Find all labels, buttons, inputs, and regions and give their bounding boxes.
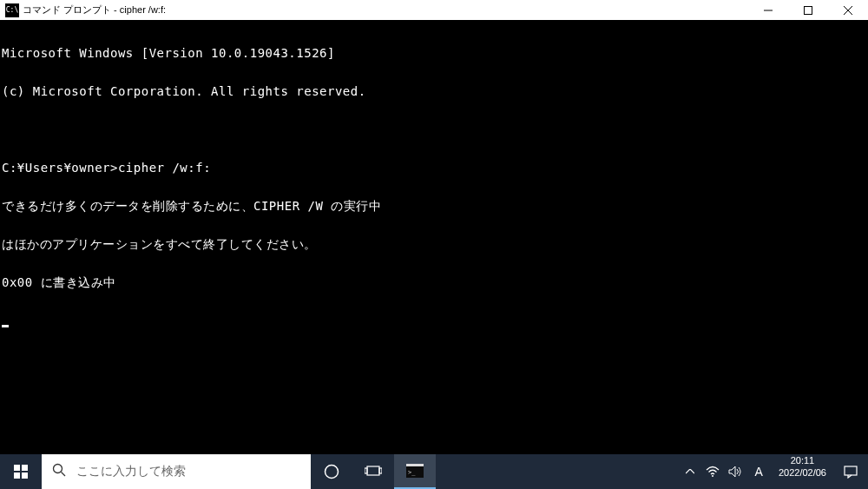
terminal-line: 0x00 に書き込み中 bbox=[2, 276, 868, 289]
system-tray: A bbox=[679, 454, 772, 489]
window-titlebar: C:\ コマンド プロンプト - cipher /w:f: bbox=[0, 0, 868, 20]
terminal-line: Microsoft Windows [Version 10.0.19043.15… bbox=[2, 47, 868, 60]
clock-time: 20:11 bbox=[779, 454, 826, 466]
terminal-cursor-line bbox=[2, 314, 868, 327]
action-center-button[interactable] bbox=[833, 454, 868, 489]
search-box[interactable]: ここに入力して検索 bbox=[42, 454, 311, 489]
svg-rect-5 bbox=[22, 465, 28, 471]
terminal-line bbox=[2, 124, 868, 136]
terminal-line: はほかのアプリケーションをすべて終了してください。 bbox=[2, 238, 868, 251]
taskbar-spacer bbox=[436, 454, 679, 489]
cursor bbox=[2, 325, 9, 327]
terminal-line: できるだけ多くのデータを削除するために、CIPHER /W の実行中 bbox=[2, 200, 868, 213]
svg-point-8 bbox=[54, 465, 62, 473]
svg-text:>_: >_ bbox=[408, 469, 416, 476]
terminal-output[interactable]: Microsoft Windows [Version 10.0.19043.15… bbox=[0, 20, 868, 454]
maximize-button[interactable] bbox=[788, 0, 828, 20]
network-button[interactable] bbox=[705, 454, 720, 489]
svg-point-17 bbox=[712, 475, 713, 477]
task-view-icon bbox=[365, 465, 382, 479]
clock[interactable]: 20:11 2022/02/06 bbox=[772, 454, 833, 489]
svg-rect-15 bbox=[406, 464, 424, 466]
svg-rect-12 bbox=[365, 468, 367, 473]
svg-rect-4 bbox=[14, 465, 20, 471]
cortana-icon bbox=[324, 464, 339, 479]
speaker-icon bbox=[728, 465, 742, 479]
cmd-icon: C:\ bbox=[5, 3, 19, 17]
taskbar-app-cmd[interactable]: >_ bbox=[394, 454, 436, 489]
volume-button[interactable] bbox=[727, 454, 743, 489]
cortana-button[interactable] bbox=[311, 454, 352, 489]
notification-icon bbox=[844, 465, 858, 479]
wifi-icon bbox=[706, 465, 720, 479]
start-button[interactable] bbox=[0, 454, 42, 489]
close-button[interactable] bbox=[828, 0, 868, 20]
svg-rect-7 bbox=[22, 472, 28, 479]
window-controls bbox=[748, 0, 868, 20]
svg-rect-13 bbox=[379, 468, 382, 473]
svg-marker-18 bbox=[729, 466, 735, 477]
svg-rect-1 bbox=[805, 6, 812, 14]
clock-date: 2022/02/06 bbox=[779, 466, 826, 479]
cmd-taskbar-icon: >_ bbox=[406, 464, 424, 478]
svg-rect-19 bbox=[845, 466, 857, 475]
task-view-button[interactable] bbox=[352, 454, 394, 489]
svg-rect-11 bbox=[367, 466, 379, 475]
taskbar: ここに入力して検索 >_ bbox=[0, 454, 868, 489]
search-icon bbox=[52, 463, 66, 480]
terminal-line: C:¥Users¥owner>cipher /w:f: bbox=[2, 162, 868, 175]
svg-point-10 bbox=[326, 466, 339, 479]
chevron-up-icon bbox=[686, 469, 694, 474]
window-title: コマンド プロンプト - cipher /w:f: bbox=[23, 3, 748, 17]
windows-icon bbox=[14, 465, 28, 479]
search-placeholder: ここに入力して検索 bbox=[76, 464, 186, 479]
ime-indicator[interactable]: A bbox=[750, 465, 768, 479]
terminal-line: (c) Microsoft Corporation. All rights re… bbox=[2, 85, 868, 98]
svg-line-9 bbox=[62, 472, 66, 477]
svg-rect-6 bbox=[14, 472, 20, 479]
minimize-button[interactable] bbox=[748, 0, 788, 20]
tray-overflow-button[interactable] bbox=[682, 454, 698, 489]
